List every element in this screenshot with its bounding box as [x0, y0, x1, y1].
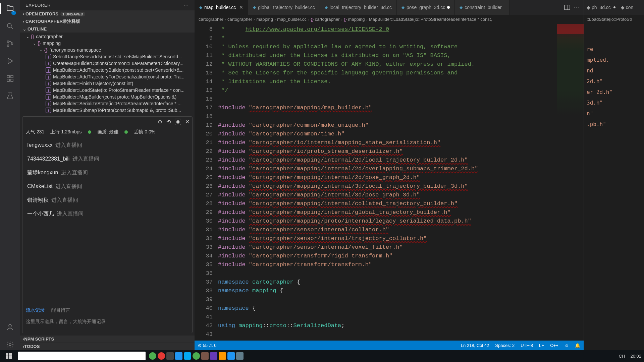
breadcrumb-item[interactable]: MapBuilder::LoadState(io::ProtoStreamRea…	[369, 17, 492, 22]
npm-scripts-section[interactable]: › NPM SCRIPTS	[20, 336, 195, 343]
clock[interactable]: 20:02	[630, 354, 641, 359]
stream-tab-log[interactable]: 流水记录	[26, 307, 45, 313]
taskbar-app[interactable]	[210, 352, 217, 360]
code-editor-right[interactable]: remplied.nd2d.h"er_2d.h"3d.h"n".pb.h"	[584, 24, 644, 150]
stream-panel: ⚙ ⟲ ◉ ✕ 人气 231 上行 1.23mbps 画质: 最佳 丢帧 0.0…	[22, 116, 193, 333]
svg-rect-8	[7, 79, 9, 81]
minimap[interactable]	[557, 24, 584, 118]
svg-point-2	[7, 41, 9, 43]
tab-pose-graph-right[interactable]: ◆ph_3d.cc	[584, 5, 618, 10]
more-icon[interactable]: ···	[574, 5, 580, 10]
editor-tab[interactable]: ◆pose_graph_3d.cc	[397, 0, 455, 15]
svg-rect-9	[11, 79, 13, 81]
breadcrumb-item[interactable]: map_builder.cc	[277, 17, 306, 22]
outline-function[interactable]: ⨍MapBuilder::LoadState(io::ProtoStreamRe…	[20, 87, 195, 94]
breadcrumb[interactable]: cartographer›cartographer›mapping›map_bu…	[195, 15, 584, 24]
editor-tab[interactable]: ◆global_trajectory_builder.cc	[248, 0, 320, 15]
search-icon[interactable]	[5, 21, 15, 32]
taskbar-app[interactable]	[158, 352, 165, 360]
outline-function[interactable]: ⨍MapBuilder::MapBuilder(const proto::Map…	[20, 94, 195, 100]
svg-rect-17	[6, 356, 8, 359]
more-icon[interactable]: ···	[183, 3, 189, 8]
outline-function[interactable]: ⨍MapBuilder::FinishTrajectory(const int)	[20, 80, 195, 87]
explorer-badge: 1	[11, 11, 16, 15]
editor-tab[interactable]: ◆map_builder.cc✕	[195, 0, 248, 15]
sidebar-title: EXPLORER ···	[20, 0, 195, 10]
breadcrumb-right[interactable]: ::LoadState(io::ProtoStr	[584, 15, 644, 24]
taskbar-app[interactable]	[219, 352, 226, 360]
line-gutter: 8910111213141516171819202122232425262728…	[195, 24, 218, 341]
taskbar-app[interactable]	[227, 352, 235, 360]
chevron-right-icon: ›	[23, 12, 24, 16]
account-icon[interactable]	[5, 322, 15, 333]
stream-entry: CMakeList 进入直播间	[26, 180, 189, 193]
status-spaces[interactable]: Spaces: 2	[495, 343, 515, 348]
outline-function[interactable]: ⨍MapBuilder::SerializeState(io::ProtoStr…	[20, 100, 195, 107]
chevron-right-icon: ›	[23, 19, 24, 24]
camera-icon[interactable]: ◉	[175, 119, 181, 125]
taskbar-app[interactable]	[201, 352, 209, 360]
breadcrumb-item[interactable]: cartographer	[315, 17, 340, 22]
split-editor-icon[interactable]	[564, 4, 570, 10]
taskbar-app[interactable]	[184, 352, 191, 360]
status-dot-icon	[124, 130, 128, 134]
outline-function[interactable]: ⨍MapBuilder::AddTrajectoryBuilder(const …	[20, 67, 195, 73]
breadcrumb-item[interactable]: mapping	[256, 17, 273, 22]
svg-point-12	[9, 344, 11, 346]
outline-namespace[interactable]: ⌄{}`anonymous-namespace`	[20, 47, 195, 53]
outline-namespace[interactable]: ⌄{}mapping	[20, 40, 195, 47]
sidebar: EXPLORER ··· › OPEN EDITORS 1 UNSAVED › …	[20, 0, 195, 350]
close-icon[interactable]: ✕	[239, 5, 243, 10]
windows-taskbar: CH 20:02	[0, 350, 644, 362]
todos-section[interactable]: › TODOS	[20, 343, 195, 350]
stream-tab-superchat[interactable]: 醒目留言	[51, 307, 70, 313]
status-cursor[interactable]: Ln 218, Col 42	[461, 343, 489, 348]
taskbar-search[interactable]	[18, 352, 146, 360]
status-eol[interactable]: LF	[539, 343, 544, 348]
start-icon[interactable]	[3, 351, 15, 361]
svg-rect-7	[11, 75, 13, 78]
outline-function[interactable]: ⨍MapBuilder::AddTrajectoryForDeserializa…	[20, 73, 195, 80]
taskbar-app[interactable]	[236, 352, 244, 360]
status-encoding[interactable]: UTF-8	[521, 343, 533, 348]
editor-area: ◆map_builder.cc✕◆global_trajectory_build…	[195, 0, 584, 350]
source-control-icon[interactable]	[5, 38, 15, 49]
status-lang[interactable]: C++	[550, 343, 558, 348]
outline-section[interactable]: ⌄ OUTLINE	[20, 25, 195, 33]
breadcrumb-item[interactable]: mapping	[348, 17, 365, 22]
debug-icon[interactable]	[5, 56, 15, 66]
breadcrumb-item[interactable]: cartographer	[227, 17, 252, 22]
explorer-icon[interactable]: 1	[5, 3, 15, 14]
svg-point-4	[11, 43, 13, 45]
settings-gear-icon[interactable]	[5, 339, 15, 350]
taskbar-app[interactable]	[149, 352, 156, 360]
outline-namespace[interactable]: ⌄{}cartographer	[20, 33, 195, 40]
taskbar-app[interactable]	[175, 352, 182, 360]
taskbar-app[interactable]	[193, 352, 200, 360]
outline-function[interactable]: ⨍SelectRangeSensorIds(const std::set<Map…	[20, 53, 195, 60]
status-errors[interactable]: ⊘ 55 ⚠ 0	[198, 343, 217, 348]
stream-entry: fengwuxxx 进入直播间	[26, 138, 189, 152]
outline-function[interactable]: ⨍MapBuilder::SubmapToProto(const SubmapI…	[20, 107, 195, 114]
editor-tab[interactable]: ◆constraint_builder_	[455, 0, 509, 15]
code-editor[interactable]: * http://www.apache.org/licenses/LICENSE…	[218, 24, 584, 341]
svg-point-11	[9, 324, 11, 327]
test-icon[interactable]	[5, 90, 15, 101]
refresh-icon[interactable]: ⟲	[166, 119, 171, 125]
feedback-icon[interactable]: ☺	[565, 343, 569, 348]
tab-constraint-right[interactable]: ◆con	[618, 5, 636, 10]
open-editors-section[interactable]: › OPEN EDITORS 1 UNSAVED	[20, 10, 195, 17]
editor-tab[interactable]: ◆local_trajectory_builder_3d.cc	[320, 0, 397, 15]
project-section[interactable]: › CARTOGRAPHER带注释版	[20, 17, 195, 25]
breadcrumb-item[interactable]: cartographer	[199, 17, 223, 22]
unsaved-badge: 1 UNSAVED	[60, 12, 85, 16]
svg-line-1	[11, 27, 13, 29]
stream-entry: 莹塨kongxun 进入直播间	[26, 166, 189, 180]
gear-icon[interactable]: ⚙	[158, 119, 162, 125]
bell-icon[interactable]: 🔔	[575, 343, 580, 348]
taskbar-app[interactable]	[166, 352, 174, 360]
close-icon[interactable]: ✕	[185, 119, 190, 125]
ime-indicator[interactable]: CH	[619, 354, 625, 359]
extensions-icon[interactable]	[5, 73, 15, 84]
outline-function[interactable]: ⨍CreateMapBuilderOptions(common::LuaPara…	[20, 60, 195, 67]
